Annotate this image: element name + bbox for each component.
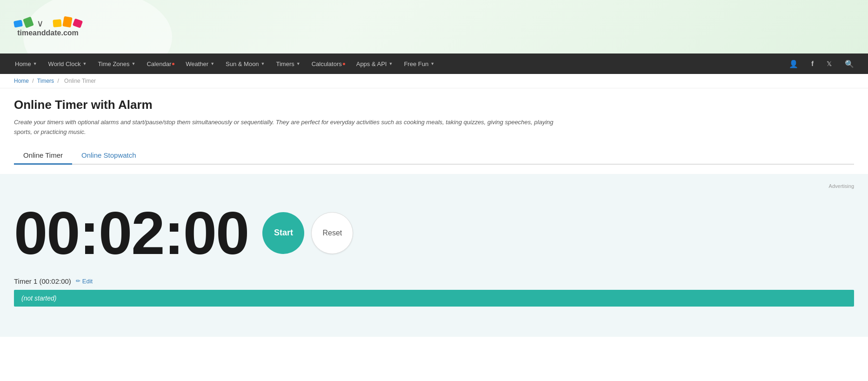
logo[interactable]: timeanddate.com (14, 17, 82, 37)
logo-text: timeanddate.com (17, 29, 79, 37)
calendar-dot (172, 63, 174, 65)
page-description: Create your timers with optional alarms … (14, 118, 572, 137)
nav-calculators[interactable]: Calculators (306, 53, 351, 74)
logo-arrow (36, 20, 50, 27)
nav-apps-api[interactable]: Apps & API ▼ (351, 53, 399, 74)
nav-timers[interactable]: Timers ▼ (271, 53, 306, 74)
nav-bar: Home ▼ World Clock ▼ Time Zones ▼ Calend… (0, 53, 868, 74)
timer-name: Timer 1 (00:02:00) (14, 277, 71, 285)
timer-status-bar: (not started) (14, 290, 854, 307)
home-arrow: ▼ (33, 61, 37, 66)
logo-icons (14, 17, 82, 27)
search-icon[interactable]: 🔍 (840, 53, 859, 74)
breadcrumb-sep2: / (57, 78, 59, 84)
logo-block-green (23, 16, 34, 28)
fun-arrow: ▼ (430, 61, 434, 66)
user-icon[interactable]: 👤 (784, 53, 803, 74)
calculators-dot (343, 63, 345, 65)
nav-right-icons: 👤 f 𝕏 🔍 (784, 53, 859, 74)
header-banner: timeanddate.com (0, 0, 868, 53)
nav-time-zones[interactable]: Time Zones ▼ (92, 53, 141, 74)
tabs-container: Online Timer Online Stopwatch (14, 147, 854, 165)
tab-online-timer[interactable]: Online Timer (14, 147, 72, 164)
tab-online-stopwatch[interactable]: Online Stopwatch (72, 147, 146, 164)
logo-date: date.com (46, 29, 79, 37)
page-title: Online Timer with Alarm (14, 98, 854, 112)
twitter-icon[interactable]: 𝕏 (822, 53, 836, 74)
edit-timer-link[interactable]: ✏ Edit (76, 278, 93, 285)
logo-block-orange (62, 16, 73, 27)
breadcrumb-current: Online Timer (64, 78, 96, 84)
apps-arrow: ▼ (388, 61, 393, 66)
main-content: Online Timer with Alarm Create your time… (0, 88, 868, 174)
pencil-icon: ✏ (76, 278, 80, 284)
start-button[interactable]: Start (262, 212, 304, 254)
nav-home[interactable]: Home ▼ (9, 53, 43, 74)
nav-sun-moon[interactable]: Sun & Moon ▼ (220, 53, 270, 74)
breadcrumb: Home / Timers / Online Timer (0, 74, 868, 88)
logo-block-pink (73, 18, 83, 28)
facebook-icon[interactable]: f (807, 53, 818, 74)
time-zones-arrow: ▼ (132, 61, 136, 66)
world-clock-arrow: ▼ (82, 61, 87, 66)
breadcrumb-home[interactable]: Home (14, 78, 29, 84)
advertising-label: Advertising (14, 183, 854, 189)
nav-weather[interactable]: Weather ▼ (180, 53, 220, 74)
timer-display: 00:02:00 (14, 203, 248, 263)
logo-block-blue (13, 20, 23, 27)
weather-arrow: ▼ (210, 61, 214, 66)
nav-world-clock[interactable]: World Clock ▼ (43, 53, 93, 74)
logo-time: time (17, 29, 33, 37)
timer-display-area: 00:02:00 Start Reset (14, 203, 854, 263)
breadcrumb-sep1: / (32, 78, 33, 84)
timer-section: Advertising 00:02:00 Start Reset Timer 1… (0, 174, 868, 337)
timer-status: (not started) (21, 294, 56, 302)
breadcrumb-timers[interactable]: Timers (37, 78, 54, 84)
edit-label: Edit (82, 278, 93, 285)
sun-moon-arrow: ▼ (261, 61, 265, 66)
logo-and: and (33, 29, 46, 37)
timer-label-row: Timer 1 (00:02:00) ✏ Edit (14, 277, 854, 285)
timer-buttons: Start Reset (262, 212, 353, 254)
nav-calendar[interactable]: Calendar (141, 53, 180, 74)
timers-arrow: ▼ (296, 61, 300, 66)
logo-block-yellow (53, 19, 61, 27)
nav-free-fun[interactable]: Free Fun ▼ (398, 53, 440, 74)
reset-button[interactable]: Reset (311, 212, 353, 254)
